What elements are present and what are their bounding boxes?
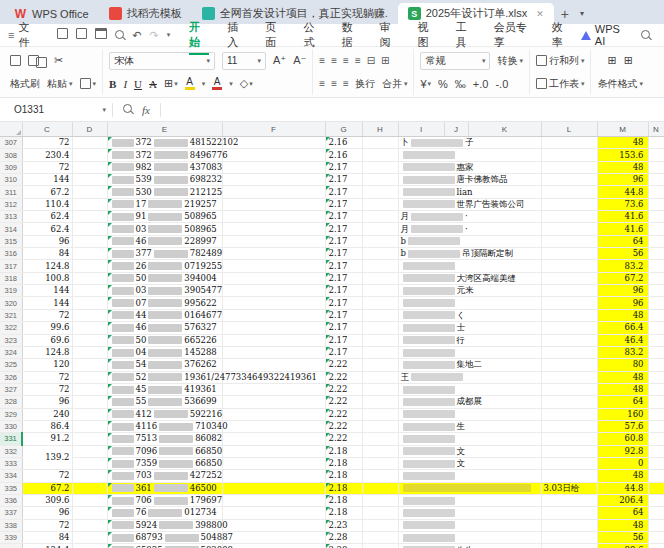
cell-f[interactable] bbox=[222, 482, 325, 494]
cell-m-profit[interactable]: 48 bbox=[597, 137, 648, 149]
cell-l[interactable] bbox=[541, 149, 597, 161]
cell-h[interactable] bbox=[362, 507, 398, 519]
column-header-N[interactable]: N bbox=[648, 122, 664, 137]
paste-button[interactable]: 粘贴▾ bbox=[47, 77, 73, 91]
cell-h[interactable] bbox=[362, 519, 398, 531]
cell-c[interactable]: 144 bbox=[22, 285, 72, 297]
cell-m-profit[interactable]: 64 bbox=[597, 235, 648, 247]
cell-customer-name[interactable]: 行 bbox=[398, 334, 541, 346]
cell-m-profit[interactable]: 48 bbox=[597, 470, 648, 482]
cell-customer-name[interactable]: 元来 bbox=[398, 285, 541, 297]
cell-l[interactable] bbox=[541, 494, 597, 506]
strikethrough-button[interactable]: A bbox=[149, 78, 157, 90]
cell-e[interactable]: 751386082 bbox=[107, 433, 222, 445]
cell-m-profit[interactable]: 56 bbox=[597, 248, 648, 260]
cell-n[interactable] bbox=[648, 161, 664, 173]
hamburger-icon[interactable]: ≡ bbox=[0, 29, 18, 41]
cell-m-profit[interactable]: 48 bbox=[597, 383, 648, 395]
cell-d[interactable] bbox=[72, 494, 107, 506]
cell-d[interactable] bbox=[72, 322, 107, 334]
cell-f[interactable] bbox=[222, 235, 325, 247]
cell-f[interactable] bbox=[222, 433, 325, 445]
cell-m-profit[interactable]: 48 bbox=[597, 371, 648, 383]
cell-customer-name[interactable]: 大湾区高端美缝 bbox=[398, 272, 541, 284]
cell-c[interactable]: 124.8 bbox=[22, 346, 72, 358]
cell-customer-name[interactable] bbox=[398, 470, 541, 482]
row-header[interactable]: 313 bbox=[0, 211, 22, 223]
cell-d[interactable] bbox=[72, 260, 107, 272]
cell-l[interactable] bbox=[541, 544, 597, 548]
cell-n[interactable] bbox=[648, 285, 664, 297]
cell-h[interactable] bbox=[362, 186, 398, 198]
cell-n[interactable] bbox=[648, 507, 664, 519]
cell-g[interactable]: 2.22 bbox=[325, 396, 362, 408]
print-preview-icon[interactable] bbox=[115, 28, 124, 42]
cell-d[interactable] bbox=[72, 346, 107, 358]
worksheet-button[interactable]: 工作表▾ bbox=[536, 77, 585, 91]
cell-h[interactable] bbox=[362, 334, 398, 346]
cell-e[interactable]: 46576327 bbox=[107, 322, 222, 334]
cell-l[interactable] bbox=[541, 532, 597, 544]
cell-n[interactable] bbox=[648, 532, 664, 544]
cell-m-profit[interactable]: 48 bbox=[597, 161, 648, 173]
clear-button[interactable]: ◇▾ bbox=[240, 77, 253, 90]
cell-n[interactable] bbox=[648, 297, 664, 309]
cell-n[interactable] bbox=[648, 420, 664, 432]
cell-customer-name[interactable] bbox=[398, 507, 541, 519]
cell-customer-name[interactable]: 卜子 bbox=[398, 137, 541, 149]
cell-customer-name[interactable]: b吊顶隔断定制 bbox=[398, 248, 541, 260]
cell-l[interactable] bbox=[541, 334, 597, 346]
cell-h[interactable] bbox=[362, 260, 398, 272]
row-header[interactable]: 317 bbox=[0, 260, 22, 272]
cell-g[interactable]: 2.17 bbox=[325, 309, 362, 321]
cell-e[interactable]: 36146500 bbox=[107, 482, 222, 494]
chevron-down-icon[interactable]: ▾ bbox=[202, 80, 206, 88]
cell-customer-name[interactable]: 士 bbox=[398, 322, 541, 334]
cell-l[interactable] bbox=[541, 346, 597, 358]
row-header[interactable]: 318 bbox=[0, 272, 22, 284]
cell-customer-name[interactable]: 世界广告装饰公司 bbox=[398, 198, 541, 210]
cell-h[interactable] bbox=[362, 161, 398, 173]
cell-n[interactable] bbox=[648, 359, 664, 371]
cell-g[interactable]: 2.22 bbox=[325, 371, 362, 383]
cell-e[interactable]: 55536699 bbox=[107, 396, 222, 408]
cell-g[interactable]: 2.17 bbox=[325, 285, 362, 297]
cell-c[interactable]: 62.4 bbox=[22, 223, 72, 235]
cell-n[interactable] bbox=[648, 223, 664, 235]
cell-m-profit[interactable]: 89.6 bbox=[597, 544, 648, 548]
cell-e[interactable]: 706179697 bbox=[107, 494, 222, 506]
column-header-H[interactable]: H bbox=[362, 122, 398, 137]
cell-g[interactable]: 2.17 bbox=[325, 235, 362, 247]
cell-m-profit[interactable]: 67.2 bbox=[597, 272, 648, 284]
row-header[interactable]: 340 bbox=[0, 544, 22, 548]
cell-h[interactable] bbox=[362, 383, 398, 395]
cell-l[interactable] bbox=[541, 359, 597, 371]
cell-c[interactable]: 144 bbox=[22, 174, 72, 186]
cell-customer-name[interactable] bbox=[398, 383, 541, 395]
cell-m-profit[interactable]: 153.6 bbox=[597, 149, 648, 161]
cell-f[interactable] bbox=[222, 211, 325, 223]
cell-e[interactable]: 530212125 bbox=[107, 186, 222, 198]
cell-n[interactable] bbox=[648, 137, 664, 149]
cell-l[interactable] bbox=[541, 235, 597, 247]
cell-g[interactable]: 2.23 bbox=[325, 519, 362, 531]
cell-e[interactable]: 03508965 bbox=[107, 223, 222, 235]
cell-n[interactable] bbox=[648, 322, 664, 334]
increase-decimal-button[interactable]: +.0 bbox=[473, 78, 489, 90]
menu-item-工具[interactable]: 工具 bbox=[447, 17, 485, 53]
cell-c[interactable]: 72 bbox=[22, 309, 72, 321]
cell-g[interactable]: 2.18 bbox=[325, 494, 362, 506]
shrink-font-button[interactable]: A⁻ bbox=[293, 54, 306, 67]
cell-h[interactable] bbox=[362, 494, 398, 506]
cell-l[interactable] bbox=[541, 507, 597, 519]
cell-d[interactable] bbox=[72, 408, 107, 420]
cell-c[interactable]: 62.4 bbox=[22, 211, 72, 223]
cell-e[interactable]: 440164677 bbox=[107, 309, 222, 321]
cell-e[interactable]: 703427252 bbox=[107, 470, 222, 482]
cell-e[interactable]: 65835582008 bbox=[107, 544, 222, 548]
cell-h[interactable] bbox=[362, 396, 398, 408]
cell-d[interactable] bbox=[72, 297, 107, 309]
cell-f[interactable] bbox=[222, 445, 325, 457]
redo-icon[interactable]: ↷ bbox=[150, 28, 159, 42]
cell-d[interactable] bbox=[72, 211, 107, 223]
